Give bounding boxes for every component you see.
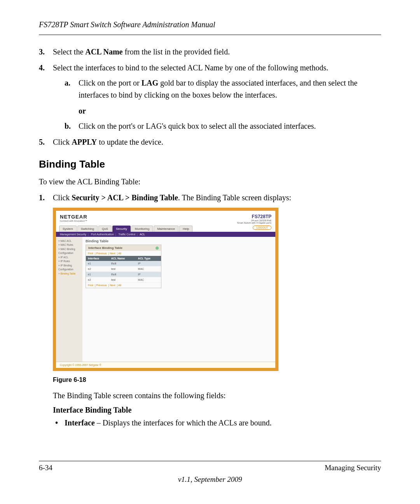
subnav-item[interactable]: Port Authentication: [91, 233, 114, 236]
binding-table: Interface ACL Name ACL Type e1tfsdtIP e2…: [86, 256, 161, 283]
sidebar-item[interactable]: » MAC Rules: [58, 243, 81, 247]
running-header: FS728TP Smart Switch Software Administra…: [39, 20, 381, 29]
model-name: FS728TP: [237, 214, 271, 219]
step-number: 4.: [39, 62, 45, 74]
pager-next[interactable]: Next: [110, 284, 115, 287]
cell: IP: [136, 261, 161, 266]
main-tabs: System Switching QoS Security Monitoring…: [56, 226, 275, 232]
table-row: e2testMAC: [86, 277, 161, 283]
step-list: 3. Select the ACL Name from the list in …: [39, 46, 381, 148]
subnav-item-active[interactable]: ACL: [140, 233, 145, 236]
panel-title: Binding Table: [86, 239, 272, 243]
cell: e2: [86, 277, 109, 283]
subsection-title: Interface Binding Table: [53, 406, 381, 415]
substep-text-pre: Click on the port or: [79, 79, 142, 87]
tab-help[interactable]: Help: [179, 226, 192, 232]
screenshot-header: NETGEAR Connect with Innovation™ FS728TP…: [56, 211, 275, 226]
sidebar-item-active[interactable]: » Binding Table: [58, 272, 81, 276]
sidebar-item[interactable]: » MAC ACL: [58, 239, 81, 243]
section-steps: 1. Click Security > ACL > Binding Table.…: [39, 192, 381, 204]
tab-security[interactable]: Security: [112, 226, 131, 232]
field-desc: – Displays the interfaces for which the …: [95, 418, 272, 427]
substep-a: a. Click on the port or LAG gold bar to …: [65, 77, 381, 101]
step-5: 5. Click APPLY to update the device.: [39, 136, 381, 148]
pager-bottom: First | Previous | Next | All: [86, 283, 161, 288]
sidebar-item[interactable]: » MAC Binding: [58, 247, 81, 251]
section-heading: Binding Table: [39, 158, 381, 170]
footer-version: v1.1, September 2009: [39, 475, 381, 484]
sidebar-item[interactable]: » IP ACL: [58, 256, 81, 259]
substep-text: Click on the port's or LAG's quick box t…: [79, 122, 316, 130]
brand-tagline: Connect with Innovation™: [60, 220, 88, 222]
sidebar: » MAC ACL » MAC Rules » MAC Binding Conf…: [56, 237, 82, 362]
substep-list-b: b. Click on the port's or LAG's quick bo…: [53, 120, 381, 132]
tab-system[interactable]: System: [59, 226, 77, 232]
after-figure-paragraph: The Binding Table screen contains the fo…: [53, 390, 381, 402]
sidebar-item[interactable]: » IP Binding: [58, 264, 81, 268]
step-4: 4. Select the interfaces to bind to the …: [39, 62, 381, 132]
footer-rule: [39, 461, 381, 461]
step-text-pre: Select the: [53, 47, 85, 56]
pager-all[interactable]: All: [118, 284, 121, 287]
main-panel: Binding Table Interface Binding Table Fi…: [82, 237, 275, 362]
step-number: 3.: [39, 46, 45, 58]
step-text-pre: Click: [53, 138, 72, 146]
sidebar-item[interactable]: » IP Rules: [58, 259, 81, 263]
tab-switching[interactable]: Switching: [77, 226, 98, 232]
col-aclname: ACL Name: [109, 256, 136, 261]
step-text-pre: Click: [53, 193, 72, 202]
sidebar-item-sub[interactable]: Configuration: [58, 268, 81, 271]
sub-nav: Management Security| Port Authentication…: [56, 232, 275, 237]
tab-qos[interactable]: QoS: [98, 226, 112, 232]
cell: MAC: [136, 266, 161, 272]
subnav-item[interactable]: Traffic Control: [118, 233, 135, 236]
pager-next[interactable]: Next: [110, 252, 115, 255]
step-3: 3. Select the ACL Name from the list in …: [39, 46, 381, 58]
pager-prev[interactable]: Previous: [96, 284, 107, 287]
cell: test: [109, 266, 136, 272]
page-number: 6-34: [39, 464, 52, 472]
substep-letter: b.: [65, 120, 71, 132]
sidebar-item-sub[interactable]: Configuration: [58, 251, 81, 255]
screenshot-footer: Copyright © 1996-2007 Netgear ®: [56, 362, 275, 368]
pager-first[interactable]: First: [88, 252, 93, 255]
figure: NETGEAR Connect with Innovation™ FS728TP…: [53, 208, 381, 371]
table-row: e1tfsdtIP: [86, 261, 161, 266]
subnav-item[interactable]: Management Security: [60, 233, 86, 236]
substep-list: a. Click on the port or LAG gold bar to …: [53, 77, 381, 101]
step-text-post: to update the device.: [97, 138, 163, 146]
tab-maintenance[interactable]: Maintenance: [154, 226, 178, 232]
panel: Interface Binding Table First | Previous…: [86, 245, 161, 288]
step-text: Select the interfaces to bind to the sel…: [53, 63, 328, 72]
cell: e1: [86, 272, 109, 277]
footer-section: Managing Security: [325, 464, 381, 472]
screenshot-body: » MAC ACL » MAC Rules » MAC Binding Conf…: [56, 237, 275, 362]
page-footer: 6-34 Managing Security v1.1, September 2…: [39, 457, 381, 484]
step-number: 5.: [39, 136, 45, 148]
cell: e2: [86, 266, 109, 272]
brand-block: NETGEAR Connect with Innovation™: [60, 214, 88, 224]
header-rule: [39, 35, 381, 35]
logout-button[interactable]: LOGOUT: [253, 226, 271, 230]
model-block: FS728TP 24-port 10/100 PoE Smart Switch …: [237, 214, 271, 224]
pager-all[interactable]: All: [118, 252, 121, 255]
help-icon[interactable]: [156, 247, 159, 250]
cell: e1: [86, 261, 109, 266]
pager-top: First | Previous | Next | All: [86, 251, 161, 256]
pager-prev[interactable]: Previous: [96, 252, 107, 255]
step-text-bold: Security > ACL > Binding Table: [72, 193, 178, 202]
or-separator: or: [79, 105, 381, 117]
panel-header: Interface Binding Table: [86, 245, 161, 251]
screenshot-window: NETGEAR Connect with Innovation™ FS728TP…: [53, 208, 278, 371]
col-acltype: ACL Type: [136, 256, 161, 261]
step-number: 1.: [39, 192, 45, 204]
field-name: Interface: [65, 418, 95, 427]
figure-caption: Figure 6-18: [53, 376, 381, 383]
substep-text-bold: LAG: [142, 79, 158, 87]
pager-first[interactable]: First: [88, 284, 93, 287]
cell: tfsdt: [109, 261, 136, 266]
step-text-bold: APPLY: [72, 138, 97, 146]
step-text-post: from the list in the provided field.: [122, 47, 230, 56]
tab-monitoring[interactable]: Monitoring: [131, 226, 153, 232]
field-item: Interface – Displays the interfaces for …: [53, 417, 381, 429]
